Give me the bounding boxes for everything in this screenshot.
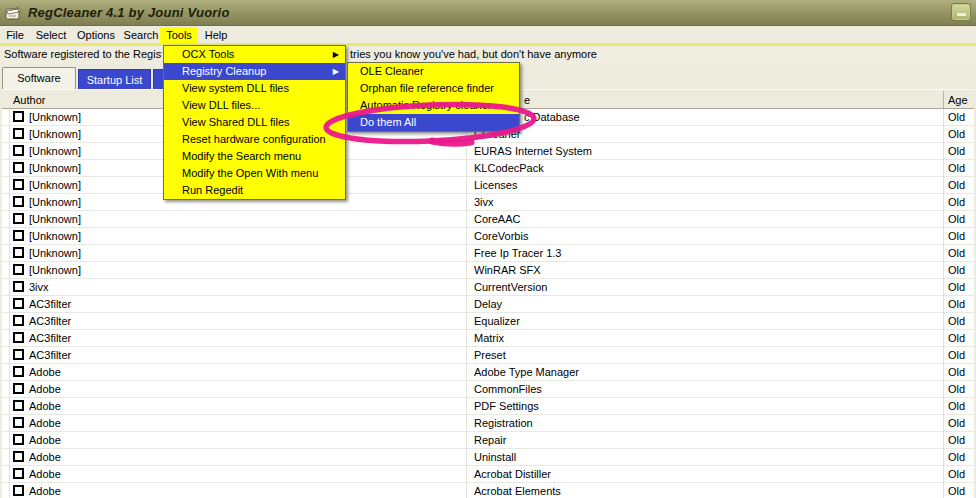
row-checkbox[interactable] (13, 485, 24, 496)
tab-startup-list[interactable]: Startup List (78, 69, 151, 89)
submenu-arrow-icon: ▶ (333, 63, 339, 80)
cell-author: [Unknown] (29, 143, 81, 159)
cell-software-name: EURAS Internet System (474, 143, 592, 159)
table-row[interactable]: AdobeRepairOld (2, 432, 974, 449)
row-checkbox[interactable] (13, 383, 24, 394)
table-row[interactable]: [Unknown]EURAS Internet SystemOld (2, 143, 974, 160)
menubar-item-help[interactable]: Help (198, 27, 234, 43)
table-row[interactable]: AC3filterDelayOld (2, 296, 974, 313)
menubar-item-search[interactable]: Search (120, 27, 162, 43)
cell-software-name: Acrobat Elements (474, 483, 561, 498)
table-row[interactable]: [Unknown]3ivxOld (2, 194, 974, 211)
cell-author: Adobe (29, 483, 61, 498)
menu-item-ole-cleaner[interactable]: OLE Cleaner (348, 63, 519, 80)
column-header-name-fragment[interactable]: e (524, 92, 530, 108)
row-checkbox[interactable] (13, 196, 24, 207)
menu-item-view-shared-dll-files[interactable]: View Shared DLL files (164, 114, 345, 131)
table-row[interactable]: AC3filterMatrixOld (2, 330, 974, 347)
row-checkbox[interactable] (13, 451, 24, 462)
app-icon (5, 5, 23, 21)
cell-software-name: Acrobat Distiller (474, 466, 551, 482)
table-row[interactable]: [Unknown]KLCodecPackOld (2, 160, 974, 177)
table-row[interactable]: AC3filterPresetOld (2, 347, 974, 364)
window-title: RegCleaner 4.1 by Jouni Vuorio (28, 5, 230, 20)
table-row[interactable]: AdobeAcrobat DistillerOld (2, 466, 974, 483)
cell-age: Old (948, 279, 965, 295)
column-divider-age (943, 109, 944, 498)
table-row[interactable]: [Unknown]CoreVorbisOld (2, 228, 974, 245)
column-header-author[interactable]: Author (13, 92, 45, 108)
row-checkbox[interactable] (13, 400, 24, 411)
title-bar: RegCleaner 4.1 by Jouni Vuorio (0, 0, 976, 26)
cell-age: Old (948, 245, 965, 261)
table-row[interactable]: AdobeAdobe Type ManagerOld (2, 364, 974, 381)
row-checkbox[interactable] (13, 179, 24, 190)
table-row[interactable]: [Unknown]Free Ip Tracer 1.3Old (2, 245, 974, 262)
cell-age: Old (948, 483, 965, 498)
row-checkbox[interactable] (13, 349, 24, 360)
cell-author: Adobe (29, 398, 61, 414)
row-checkbox[interactable] (13, 264, 24, 275)
table-row[interactable]: [Unknown]LicensesOld (2, 177, 974, 194)
minimize-button[interactable] (951, 3, 971, 21)
menubar-item-tools[interactable]: Tools (160, 27, 198, 43)
cell-author: [Unknown] (29, 126, 81, 142)
menubar-item-file[interactable]: File (0, 27, 30, 43)
row-checkbox[interactable] (13, 145, 24, 156)
menu-item-run-regedit[interactable]: Run Regedit (164, 182, 345, 199)
registry-cleanup-submenu: OLE CleanerOrphan file reference finderA… (347, 62, 520, 132)
cell-author: AC3filter (29, 296, 71, 312)
menu-item-orphan-file-reference-finder[interactable]: Orphan file reference finder (348, 80, 519, 97)
cell-age: Old (948, 364, 965, 380)
row-checkbox[interactable] (13, 366, 24, 377)
row-checkbox[interactable] (13, 315, 24, 326)
table-row[interactable]: AdobeCommonFilesOld (2, 381, 974, 398)
table-row[interactable]: AdobePDF SettingsOld (2, 398, 974, 415)
menu-item-modify-the-search-menu[interactable]: Modify the Search menu (164, 148, 345, 165)
cell-age: Old (948, 143, 965, 159)
tools-menu: OCX Tools▶Registry Cleanup▶View system D… (163, 45, 346, 200)
column-divider-name (466, 109, 467, 498)
menu-item-modify-the-open-with-menu[interactable]: Modify the Open With menu (164, 165, 345, 182)
row-checkbox[interactable] (13, 434, 24, 445)
menu-item-view-system-dll-files[interactable]: View system DLL files (164, 80, 345, 97)
cell-author: [Unknown] (29, 262, 81, 278)
column-header-age[interactable]: Age (948, 92, 968, 108)
table-row[interactable]: [Unknown]CoreAACOld (2, 211, 974, 228)
menu-item-automatic-registry-cleaner[interactable]: Automatic Registry cleaner (348, 97, 519, 114)
cell-software-name: Preset (474, 347, 506, 363)
menu-item-registry-cleanup[interactable]: Registry Cleanup▶ (164, 63, 345, 80)
row-checkbox[interactable] (13, 247, 24, 258)
table-row[interactable]: AdobeUninstallOld (2, 449, 974, 466)
row-checkbox[interactable] (13, 111, 24, 122)
cell-software-name: Free Ip Tracer 1.3 (474, 245, 561, 261)
table-row[interactable]: AC3filterEqualizerOld (2, 313, 974, 330)
software-list: [Unknown]c DatabaseOld[Unknown]CCleanerO… (2, 109, 974, 498)
cell-author: [Unknown] (29, 194, 81, 210)
table-row[interactable]: [Unknown]WinRAR SFXOld (2, 262, 974, 279)
table-row[interactable]: AdobeAcrobat ElementsOld (2, 483, 974, 498)
row-checkbox[interactable] (13, 213, 24, 224)
row-checkbox[interactable] (13, 128, 24, 139)
menubar-item-options[interactable]: Options (72, 27, 120, 43)
cell-age: Old (948, 262, 965, 278)
row-checkbox[interactable] (13, 281, 24, 292)
table-row[interactable]: 3ivxCurrentVersionOld (2, 279, 974, 296)
cell-age: Old (948, 228, 965, 244)
table-row[interactable]: AdobeRegistrationOld (2, 415, 974, 432)
cell-software-name: Adobe Type Manager (474, 364, 579, 380)
menu-item-reset-hardware-configuration[interactable]: Reset hardware configuration (164, 131, 345, 148)
cell-age: Old (948, 449, 965, 465)
row-checkbox[interactable] (13, 332, 24, 343)
menu-item-do-them-all[interactable]: Do them All (348, 114, 519, 131)
menu-item-ocx-tools[interactable]: OCX Tools▶ (164, 46, 345, 63)
row-checkbox[interactable] (13, 162, 24, 173)
row-checkbox[interactable] (13, 230, 24, 241)
row-checkbox[interactable] (13, 468, 24, 479)
menu-item-view-dll-files[interactable]: View DLL files... (164, 97, 345, 114)
row-checkbox[interactable] (13, 298, 24, 309)
menubar-item-select[interactable]: Select (30, 27, 72, 43)
cell-software-name: CurrentVersion (474, 279, 547, 295)
tab-software[interactable]: Software (2, 67, 76, 89)
row-checkbox[interactable] (13, 417, 24, 428)
